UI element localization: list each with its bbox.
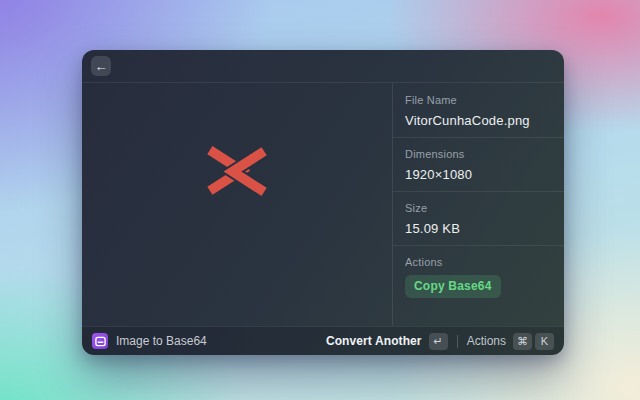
image-preview-pane [82,83,392,326]
actions-key-badges: ⌘ K [513,333,554,350]
x-logo-image [207,145,267,197]
metadata-panel: File Name VitorCunhaCode.png Dimensions … [392,83,564,326]
size-label: Size [405,202,552,214]
k-key-badge: K [535,333,554,350]
window-main: File Name VitorCunhaCode.png Dimensions … [82,83,564,326]
copy-base64-badge[interactable]: Copy Base64 [405,275,501,298]
file-name-label: File Name [405,94,552,106]
back-button[interactable]: ← [91,56,111,76]
dimensions-section: Dimensions 1920×1080 [393,138,564,191]
file-name-value: VitorCunhaCode.png [405,113,552,128]
actions-menu-button[interactable]: Actions ⌘ K [467,333,554,350]
raycast-window: ← File Name VitorCunhaCode.png Dimension… [82,50,564,355]
actions-menu-label: Actions [467,334,506,348]
command-key-badge: ⌘ [513,333,532,350]
back-arrow-icon: ← [95,60,108,73]
image-icon [95,336,106,347]
window-header: ← [82,50,564,83]
actions-label: Actions [405,256,552,268]
desktop-background: { "window": { "header": { "back_icon": "… [0,0,640,400]
size-section: Size 15.09 KB [393,192,564,245]
dimensions-label: Dimensions [405,148,552,160]
extension-name-label: Image to Base64 [116,334,207,348]
actions-section: Actions Copy Base64 [393,246,564,307]
size-value: 15.09 KB [405,221,552,236]
convert-another-label: Convert Another [326,334,422,348]
footer-bar: Image to Base64 Convert Another ↵ Action… [82,326,564,355]
convert-another-button[interactable]: Convert Another ↵ [326,333,448,350]
footer-divider [457,335,458,348]
image-to-base64-extension-icon [92,333,108,349]
dimensions-value: 1920×1080 [405,167,552,182]
file-name-section: File Name VitorCunhaCode.png [393,84,564,137]
return-key-badge: ↵ [429,333,448,350]
